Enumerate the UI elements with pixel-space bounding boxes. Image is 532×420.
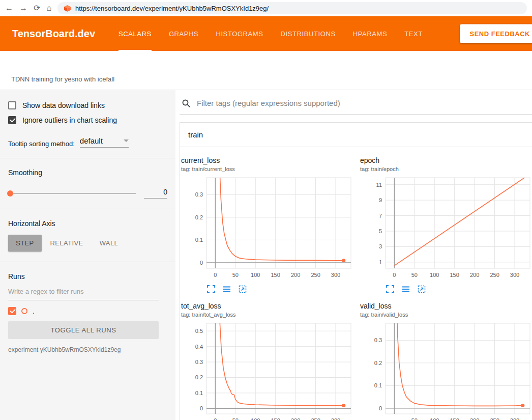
ignore-outliers-row: Ignore outliers in chart scaling: [8, 116, 167, 124]
svg-text:100: 100: [430, 417, 439, 420]
content: Show data download links Ignore outliers…: [0, 90, 532, 420]
axis-wall-button[interactable]: WALL: [92, 235, 126, 251]
svg-text:0.2: 0.2: [374, 360, 382, 366]
svg-text:5: 5: [379, 228, 382, 234]
train-card: train current_loss tag: train/current_lo…: [180, 122, 532, 420]
smoothing-slider[interactable]: [8, 193, 136, 194]
svg-text:150: 150: [271, 272, 280, 278]
fit-domain-icon[interactable]: [417, 285, 426, 294]
svg-text:100: 100: [430, 272, 439, 278]
svg-text:0: 0: [214, 417, 217, 420]
show-download-row: Show data download links: [8, 101, 167, 109]
forward-icon[interactable]: →: [19, 4, 27, 12]
line-chart[interactable]: 0501001502002503001357911: [360, 174, 532, 282]
line-chart[interactable]: 05010015020025030000.10.20.30.40.5: [181, 320, 359, 420]
charts-grid: current_loss tag: train/current_loss 050…: [180, 147, 532, 420]
svg-text:0: 0: [379, 405, 382, 411]
svg-text:200: 200: [470, 272, 479, 278]
svg-text:0: 0: [200, 260, 203, 266]
chevron-down-icon: [124, 139, 129, 142]
reload-icon[interactable]: ⟳: [34, 4, 40, 12]
train-group-header[interactable]: train: [180, 123, 532, 147]
line-chart[interactable]: 05010015020025030000.10.20.3: [181, 174, 359, 282]
svg-text:150: 150: [450, 272, 459, 278]
svg-text:0.5: 0.5: [195, 328, 203, 334]
main-panel: train current_loss tag: train/current_lo…: [175, 90, 532, 420]
svg-text:300: 300: [331, 272, 340, 278]
run-selector-icon[interactable]: [222, 285, 231, 294]
svg-text:150: 150: [450, 417, 459, 420]
smoothing-slider-thumb[interactable]: [7, 190, 13, 197]
chart-tag: tag: train/valid_loss: [360, 312, 532, 318]
home-icon[interactable]: ⌂: [46, 4, 51, 12]
svg-text:11: 11: [376, 182, 382, 188]
main-nav: SCALARS GRAPHS HISTOGRAMS DISTRIBUTIONS …: [119, 16, 423, 51]
experiment-title: TDNN training for yesno with icefall: [11, 75, 114, 83]
send-feedback-button[interactable]: SEND FEEDBACK: [460, 24, 532, 43]
svg-text:0: 0: [214, 272, 217, 278]
svg-text:0: 0: [393, 272, 396, 278]
tab-scalars[interactable]: SCALARS: [119, 16, 152, 51]
svg-text:250: 250: [311, 272, 320, 278]
expand-icon[interactable]: [206, 285, 216, 294]
line-chart[interactable]: 5010015020025030000.10.20.3: [360, 320, 532, 420]
svg-text:150: 150: [271, 417, 280, 420]
svg-text:0.3: 0.3: [195, 359, 203, 365]
svg-text:0.1: 0.1: [374, 382, 382, 388]
app-logo[interactable]: TensorBoard.dev: [12, 28, 95, 40]
run-checkbox[interactable]: [8, 307, 16, 315]
tab-hparams[interactable]: HPARAMS: [353, 16, 388, 51]
runs-label: Runs: [8, 272, 167, 281]
chart-title: tot_avg_loss: [181, 302, 359, 310]
divider: [0, 158, 175, 158]
svg-text:0.1: 0.1: [195, 237, 203, 243]
svg-text:250: 250: [490, 417, 499, 420]
chart-title: current_loss: [181, 156, 359, 164]
svg-text:250: 250: [490, 272, 499, 278]
tooltip-sorting-label: Tooltip sorting method:: [8, 140, 75, 148]
app-header: TensorBoard.dev SCALARS GRAPHS HISTOGRAM…: [0, 16, 532, 51]
run-selector-icon[interactable]: [401, 285, 410, 294]
chart-toolbar: [206, 285, 359, 294]
axis-step-button[interactable]: STEP: [8, 235, 42, 251]
expand-icon[interactable]: [386, 285, 395, 294]
svg-text:200: 200: [470, 417, 479, 420]
smoothing-slider-row: 0: [8, 188, 167, 199]
address-bar[interactable]: https://tensorboard.dev/experiment/yKUbh…: [57, 2, 527, 14]
runs-filter-input[interactable]: [8, 284, 159, 300]
svg-text:100: 100: [251, 272, 260, 278]
svg-text:9: 9: [379, 197, 382, 203]
tab-histograms[interactable]: HISTOGRAMS: [216, 16, 263, 51]
fit-domain-icon[interactable]: [238, 285, 247, 294]
svg-text:100: 100: [251, 417, 260, 420]
chart-tag: tag: train/current_loss: [181, 166, 359, 172]
tab-graphs[interactable]: GRAPHS: [169, 16, 199, 51]
experiment-title-bar: TDNN training for yesno with icefall: [0, 51, 532, 90]
tooltip-sorting-select[interactable]: default: [80, 136, 129, 148]
back-icon[interactable]: ←: [5, 4, 13, 12]
chart-epoch: epoch tag: train/epoch 05010015020025030…: [359, 151, 532, 297]
tag-filter-input[interactable]: [196, 98, 529, 108]
svg-text:3: 3: [379, 243, 382, 249]
tab-distributions[interactable]: DISTRIBUTIONS: [281, 16, 336, 51]
chart-valid-loss: valid_loss tag: train/valid_loss 5010015…: [359, 297, 532, 420]
tab-text[interactable]: TEXT: [404, 16, 423, 51]
svg-text:200: 200: [291, 417, 300, 420]
experiment-id-label: experiment yKUbhb5wRmOSXYkId1z9eg: [8, 346, 167, 353]
axis-relative-button[interactable]: RELATIVE: [43, 235, 91, 251]
smoothing-value[interactable]: 0: [144, 188, 167, 199]
svg-text:50: 50: [232, 417, 239, 420]
show-download-label: Show data download links: [22, 101, 105, 109]
svg-text:50: 50: [232, 272, 239, 278]
search-icon: [182, 99, 191, 108]
svg-text:7: 7: [379, 213, 382, 219]
smoothing-label: Smoothing: [8, 169, 167, 177]
show-download-checkbox[interactable]: [8, 101, 16, 109]
ignore-outliers-checkbox[interactable]: [8, 116, 16, 124]
divider: [0, 262, 175, 262]
horizontal-axis-buttons: STEP RELATIVE WALL: [8, 235, 167, 251]
toggle-all-runs-button[interactable]: TOGGLE ALL RUNS: [8, 321, 159, 339]
tag-filter-row: [180, 93, 532, 115]
chart-tag: tag: train/tot_avg_loss: [181, 312, 359, 318]
tensorboard-favicon-icon: [64, 5, 71, 12]
